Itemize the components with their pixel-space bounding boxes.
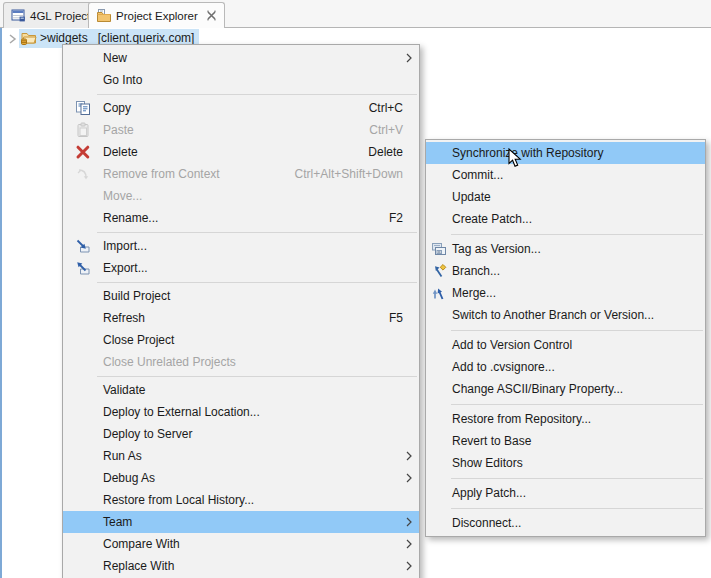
menu-item-restore-from-local-history[interactable]: Restore from Local History... <box>63 489 419 511</box>
menu-item-label: Paste <box>103 123 134 137</box>
menu-item-label: Deploy to Server <box>103 427 192 441</box>
menu-item-rename[interactable]: Rename... F2 <box>63 207 419 229</box>
team-submenu: Synchronize with Repository Commit... Up… <box>425 139 706 537</box>
remove-context-icon <box>63 166 103 182</box>
submenu-arrow-icon <box>406 517 419 527</box>
menu-item-commit[interactable]: Commit... <box>426 164 705 186</box>
menu-item-label: Delete <box>103 145 138 159</box>
menu-separator <box>97 376 417 377</box>
menu-item-deploy-to-external-location[interactable]: Deploy to External Location... <box>63 401 419 423</box>
submenu-arrow-icon <box>406 53 419 63</box>
menu-item-run-as[interactable]: Run As <box>63 445 419 467</box>
menu-item-label: Disconnect... <box>452 516 521 530</box>
menu-item-label: Add to .cvsignore... <box>452 360 555 374</box>
copy-icon <box>63 100 103 116</box>
menu-separator <box>451 478 703 479</box>
menu-item-go-into[interactable]: Go Into <box>63 69 419 91</box>
menu-item-label: Restore from Local History... <box>103 493 254 507</box>
menu-item-update[interactable]: Update <box>426 186 705 208</box>
menu-item-label: Revert to Base <box>452 434 531 448</box>
menu-item-shortcut: Ctrl+V <box>369 123 419 137</box>
menu-item-delete[interactable]: Delete Delete <box>63 141 419 163</box>
menu-item-revert-to-base[interactable]: Revert to Base <box>426 430 705 452</box>
tag-version-icon <box>426 241 452 257</box>
menu-item-tag-as-version[interactable]: Tag as Version... <box>426 238 705 260</box>
menu-item-label: Close Unrelated Projects <box>103 355 236 369</box>
menu-item-label: Create Patch... <box>452 212 532 226</box>
menu-item-label: Change ASCII/Binary Property... <box>452 382 623 396</box>
menu-item-switch-to-another-branch-or-version[interactable]: Switch to Another Branch or Version... <box>426 304 705 326</box>
menu-item-shortcut: F2 <box>389 211 419 225</box>
menu-item-paste: Paste Ctrl+V <box>63 119 419 141</box>
eclipse-project-explorer-view: 4GL Project Project Explorer <box>0 0 711 578</box>
submenu-arrow-icon <box>406 561 419 571</box>
menu-item-label: Rename... <box>103 211 158 225</box>
menu-item-restore-from-repository[interactable]: Restore from Repository... <box>426 408 705 430</box>
menu-item-refresh[interactable]: Refresh F5 <box>63 307 419 329</box>
menu-item-label: Commit... <box>452 168 503 182</box>
menu-item-label: Validate <box>103 383 145 397</box>
menu-item-apply-patch[interactable]: Apply Patch... <box>426 482 705 504</box>
menu-separator <box>97 282 417 283</box>
menu-item-shortcut: Ctrl+C <box>369 101 419 115</box>
close-icon[interactable] <box>206 10 217 21</box>
menu-item-close-unrelated-projects: Close Unrelated Projects <box>63 351 419 373</box>
project-explorer-folder-icon <box>96 8 112 23</box>
menu-item-label: Replace With <box>103 559 174 573</box>
menu-item-add-to-cvsignore[interactable]: Add to .cvsignore... <box>426 356 705 378</box>
tree-item-label: >widgets_ [client.querix.com] <box>40 31 194 45</box>
menu-item-label: Build Project <box>103 289 170 303</box>
menu-item-label: Restore from Repository... <box>452 412 591 426</box>
view-left-accent-border <box>0 0 2 578</box>
menu-item-compare-with[interactable]: Compare With <box>63 533 419 555</box>
menu-item-label: Update <box>452 190 491 204</box>
chevron-right-icon[interactable] <box>5 32 19 46</box>
paste-icon <box>63 122 103 138</box>
menu-separator <box>451 234 703 235</box>
menu-item-export[interactable]: Export... <box>63 257 419 279</box>
menu-item-copy[interactable]: Copy Ctrl+C <box>63 97 419 119</box>
menu-item-close-project[interactable]: Close Project <box>63 329 419 351</box>
menu-separator <box>451 404 703 405</box>
menu-item-label: Show Editors <box>452 456 523 470</box>
menu-item-shortcut: Ctrl+Alt+Shift+Down <box>295 167 419 181</box>
menu-item-label: Tag as Version... <box>452 242 541 256</box>
menu-item-deploy-to-server[interactable]: Deploy to Server <box>63 423 419 445</box>
tab-project-explorer[interactable]: Project Explorer <box>88 2 225 28</box>
tab-label: Project Explorer <box>116 10 198 22</box>
menu-item-merge[interactable]: Merge... <box>426 282 705 304</box>
menu-item-change-ascii-binary-property[interactable]: Change ASCII/Binary Property... <box>426 378 705 400</box>
menu-separator <box>451 508 703 509</box>
menu-item-debug-as[interactable]: Debug As <box>63 467 419 489</box>
menu-item-label: Apply Patch... <box>452 486 526 500</box>
menu-item-disconnect[interactable]: Disconnect... <box>426 512 705 534</box>
menu-item-label: Export... <box>103 261 148 275</box>
menu-separator <box>97 232 417 233</box>
submenu-arrow-icon <box>406 473 419 483</box>
menu-item-branch[interactable]: Branch... <box>426 260 705 282</box>
import-icon <box>63 238 103 254</box>
menu-item-move: Move... <box>63 185 419 207</box>
tab-4gl-project[interactable]: 4GL Project <box>3 2 98 28</box>
menu-item-shortcut: F5 <box>389 311 419 325</box>
menu-item-label: Copy <box>103 101 131 115</box>
menu-item-validate[interactable]: Validate <box>63 379 419 401</box>
menu-item-remove-from-context: Remove from Context Ctrl+Alt+Shift+Down <box>63 163 419 185</box>
menu-item-label: Team <box>103 515 132 529</box>
tab-label: 4GL Project <box>30 10 90 22</box>
menu-item-synchronize-with-repository[interactable]: Synchronize with Repository <box>426 142 705 164</box>
menu-item-team[interactable]: Team <box>63 511 419 533</box>
menu-item-label: Remove from Context <box>103 167 220 181</box>
menu-item-replace-with[interactable]: Replace With <box>63 555 419 577</box>
menu-item-label: Deploy to External Location... <box>103 405 260 419</box>
menu-item-new[interactable]: New <box>63 47 419 69</box>
branch-icon <box>426 263 452 279</box>
menu-item-label: Merge... <box>452 286 496 300</box>
menu-item-import[interactable]: Import... <box>63 235 419 257</box>
menu-item-create-patch[interactable]: Create Patch... <box>426 208 705 230</box>
menu-item-show-editors[interactable]: Show Editors <box>426 452 705 474</box>
menu-item-label: Import... <box>103 239 147 253</box>
menu-item-add-to-version-control[interactable]: Add to Version Control <box>426 334 705 356</box>
menu-item-label: Compare With <box>103 537 180 551</box>
menu-item-build-project[interactable]: Build Project <box>63 285 419 307</box>
